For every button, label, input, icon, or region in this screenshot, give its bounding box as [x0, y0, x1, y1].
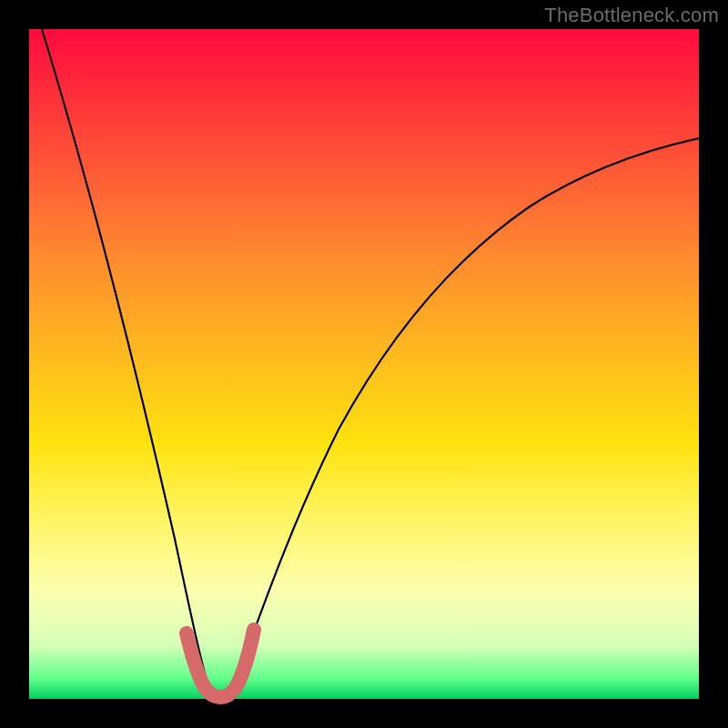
watermark-text: TheBottleneck.com [544, 4, 719, 27]
plot-area [29, 29, 699, 699]
chart-frame: TheBottleneck.com [0, 0, 728, 728]
main-curve [42, 29, 699, 696]
curve-layer [29, 29, 699, 699]
